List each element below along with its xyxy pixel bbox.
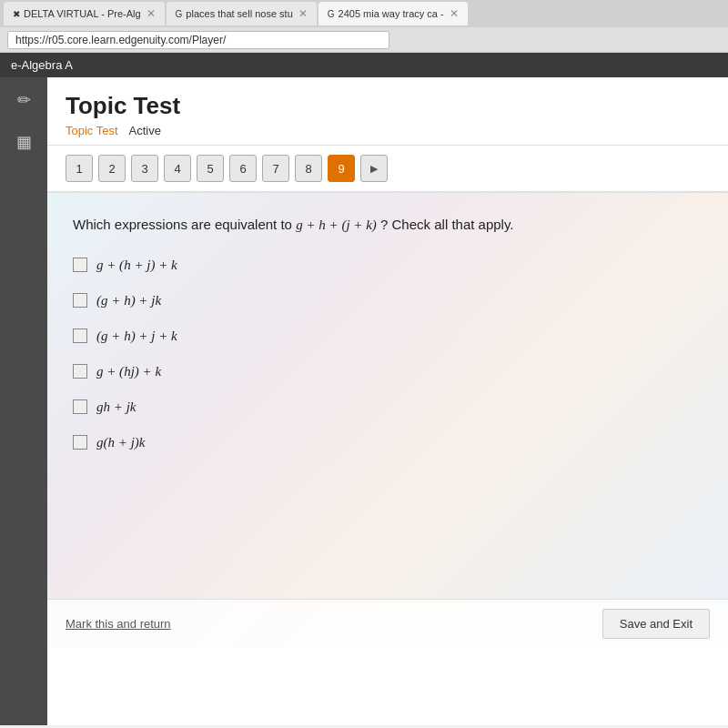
address-bar: https://r05.core.learn.edgenuity.com/Pla… xyxy=(0,27,728,53)
answer-option-e[interactable]: gh + jk xyxy=(73,399,703,415)
topic-subtitle-label: Topic Test xyxy=(66,124,118,137)
checkbox-f[interactable] xyxy=(73,435,87,450)
question-nav: 1 2 3 4 5 6 7 8 9 ▶ xyxy=(47,146,728,193)
topic-header: Topic Test Topic Test Active xyxy=(47,77,728,146)
question-text: Which expressions are equivalent to g + … xyxy=(73,215,703,236)
tab-close-google1[interactable]: ✕ xyxy=(298,7,308,20)
q-btn-2[interactable]: 2 xyxy=(98,155,126,182)
pencil-icon[interactable]: ✏ xyxy=(12,85,36,116)
tab-close-delta[interactable]: ✕ xyxy=(147,7,156,20)
course-label: e-Algebra A xyxy=(11,58,73,72)
main-content: Topic Test Topic Test Active 1 2 3 4 5 6… xyxy=(47,77,728,725)
q-btn-5[interactable]: 5 xyxy=(197,155,224,182)
tab-google2[interactable]: G 2405 mia way tracy ca - ✕ xyxy=(318,2,468,25)
tab-label-google2: 2405 mia way tracy ca - xyxy=(339,8,444,19)
option-c-label: (g + h) + j + k xyxy=(96,329,177,344)
answer-option-b[interactable]: (g + h) + jk xyxy=(73,293,703,308)
option-e-label: gh + jk xyxy=(96,399,136,415)
q-btn-8[interactable]: 8 xyxy=(295,155,322,182)
checkbox-b[interactable] xyxy=(73,293,87,308)
q-btn-7[interactable]: 7 xyxy=(262,155,289,182)
question-prefix: Which expressions are equivalent to xyxy=(73,217,296,232)
q-btn-1[interactable]: 1 xyxy=(66,155,93,182)
tab-icon-google1: G xyxy=(176,9,183,19)
question-expression: g + h + (j + k) xyxy=(296,217,377,232)
answer-option-c[interactable]: (g + h) + j + k xyxy=(73,329,703,344)
checkbox-e[interactable] xyxy=(73,399,87,414)
q-btn-next[interactable]: ▶ xyxy=(360,155,388,182)
tab-icon-google2: G xyxy=(328,9,335,19)
question-area: Which expressions are equivalent to g + … xyxy=(47,193,728,648)
q-btn-4[interactable]: 4 xyxy=(164,155,191,182)
checkbox-d[interactable] xyxy=(73,364,87,379)
tab-label-google1: places that sell nose stu xyxy=(186,8,292,19)
tab-close-google2[interactable]: ✕ xyxy=(450,7,459,20)
option-b-label: (g + h) + jk xyxy=(96,293,161,308)
option-f-label: g(h + j)k xyxy=(96,435,145,450)
content-area: ✏ ▦ Topic Test Topic Test Active 1 2 3 4… xyxy=(0,77,728,725)
app-header: e-Algebra A xyxy=(0,53,728,77)
topic-subtitle: Topic Test Active xyxy=(66,124,710,137)
save-exit-button[interactable]: Save and Exit xyxy=(602,609,710,639)
topic-title: Topic Test xyxy=(66,92,710,120)
browser-tabs: ✖ DELTA VIRTUAL - Pre-Alg ✕ G places tha… xyxy=(0,0,728,27)
answer-option-f[interactable]: g(h + j)k xyxy=(73,435,703,450)
tab-google1[interactable]: G places that sell nose stu ✕ xyxy=(167,2,317,25)
checkbox-a[interactable] xyxy=(73,258,87,272)
sidebar: ✏ ▦ xyxy=(0,77,47,725)
checkbox-c[interactable] xyxy=(73,329,87,343)
option-d-label: g + (hj) + k xyxy=(96,364,161,379)
q-btn-3[interactable]: 3 xyxy=(131,155,158,182)
tab-icon-delta: ✖ xyxy=(13,9,20,19)
tab-delta[interactable]: ✖ DELTA VIRTUAL - Pre-Alg ✕ xyxy=(4,2,165,25)
option-a-label: g + (h + j) + k xyxy=(96,258,177,273)
calculator-icon[interactable]: ▦ xyxy=(11,126,37,157)
q-btn-9[interactable]: 9 xyxy=(328,155,355,182)
active-badge: Active xyxy=(129,124,161,137)
answer-option-a[interactable]: g + (h + j) + k xyxy=(73,258,703,273)
question-footer: Mark this and return Save and Exit xyxy=(47,599,728,648)
url-input[interactable]: https://r05.core.learn.edgenuity.com/Pla… xyxy=(7,31,389,49)
question-suffix: ? Check all that apply. xyxy=(380,217,513,232)
q-btn-6[interactable]: 6 xyxy=(229,155,257,182)
mark-return-link[interactable]: Mark this and return xyxy=(66,617,171,631)
answer-option-d[interactable]: g + (hj) + k xyxy=(73,364,703,379)
tab-label-delta: DELTA VIRTUAL - Pre-Alg xyxy=(24,8,141,19)
